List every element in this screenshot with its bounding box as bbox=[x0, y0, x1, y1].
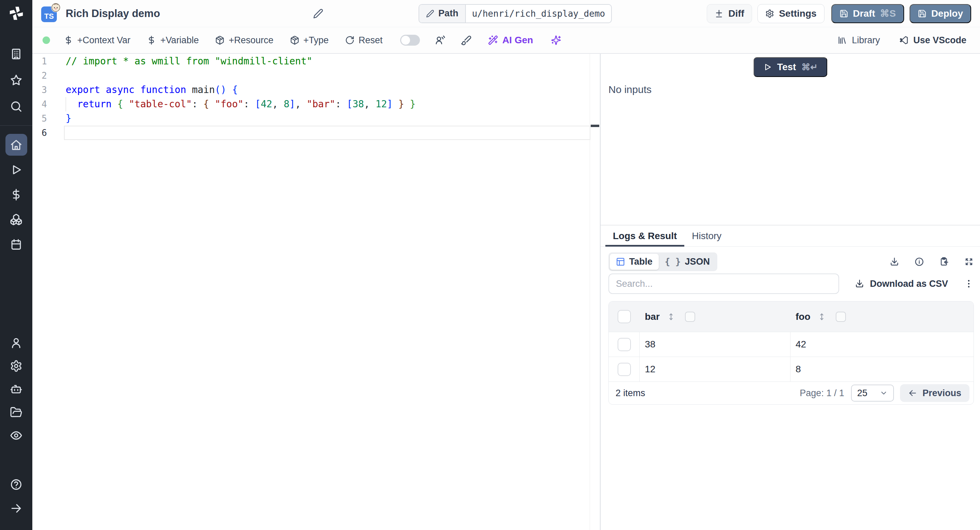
sidebar-item-workspace[interactable] bbox=[5, 43, 27, 65]
multiplayer-users-icon[interactable] bbox=[435, 35, 446, 46]
sidebar-item-schedules[interactable] bbox=[5, 233, 27, 255]
code-line-6[interactable] bbox=[64, 126, 590, 140]
editor-code[interactable]: // import * as wmill from "windmill-clie… bbox=[64, 54, 590, 140]
overview-ruler[interactable] bbox=[590, 54, 600, 530]
tab-logs-result[interactable]: Logs & Result bbox=[605, 225, 684, 246]
edit-title-pencil-icon[interactable] bbox=[313, 8, 323, 19]
sidebar-item-help[interactable] bbox=[5, 473, 27, 495]
sidebar-item-audit-logs[interactable] bbox=[5, 425, 27, 446]
copy-clipboard-icon[interactable] bbox=[939, 257, 949, 267]
code-line-5[interactable]: } bbox=[64, 112, 590, 126]
sort-icon[interactable] bbox=[667, 312, 675, 321]
run-panel: Test ⌘↵ No inputs Logs & Result History … bbox=[601, 54, 980, 530]
sidebar-item-folders[interactable] bbox=[5, 401, 27, 423]
multiplayer-toggle[interactable] bbox=[400, 35, 420, 46]
row-checkbox[interactable] bbox=[617, 363, 631, 376]
sidebar-item-home[interactable] bbox=[5, 134, 27, 156]
draft-button[interactable]: Draft ⌘S bbox=[831, 4, 904, 23]
sidebar-item-resources[interactable] bbox=[5, 208, 27, 230]
variable-button[interactable]: +Variable bbox=[147, 35, 199, 46]
table-footer: 2 items Page: 1 / 1 25 Previous bbox=[609, 382, 974, 404]
type-button[interactable]: +Type bbox=[290, 35, 329, 46]
sidebar-item-users[interactable] bbox=[5, 332, 27, 354]
reset-button[interactable]: Reset bbox=[345, 35, 383, 46]
contextvar-button[interactable]: +Context Var bbox=[64, 35, 130, 46]
column-select-box[interactable] bbox=[685, 312, 695, 322]
sidebar-item-settings[interactable] bbox=[5, 355, 27, 377]
sidebar-group-main bbox=[5, 134, 27, 255]
path-label: Path bbox=[438, 8, 458, 19]
use-vscode-button[interactable]: Use VScode bbox=[899, 35, 966, 46]
test-label: Test bbox=[777, 62, 796, 73]
test-button[interactable]: Test ⌘↵ bbox=[753, 57, 827, 77]
table-cell: 38 bbox=[640, 332, 791, 357]
windmill-logo[interactable] bbox=[0, 0, 32, 27]
code-line-4[interactable]: return { "table-col": { "foo": [42, 8], … bbox=[64, 97, 590, 112]
eye-icon bbox=[10, 429, 22, 442]
select-all-cell bbox=[609, 302, 640, 332]
save-icon bbox=[918, 9, 927, 18]
search-icon bbox=[10, 100, 22, 113]
column-label: foo bbox=[795, 311, 811, 322]
library-icon bbox=[837, 35, 847, 45]
user-icon bbox=[10, 337, 22, 349]
table-header-row: barfoo bbox=[609, 302, 974, 332]
deploy-button[interactable]: Deploy bbox=[910, 4, 971, 23]
format-brush-icon[interactable] bbox=[461, 35, 472, 46]
kebab-menu-icon[interactable] bbox=[964, 279, 974, 289]
content-split: 123456 // import * as wmill from "windmi… bbox=[32, 54, 980, 530]
sidebar-item-search[interactable] bbox=[5, 95, 27, 117]
package-icon bbox=[290, 35, 299, 45]
sidebar-item-expand[interactable] bbox=[5, 497, 27, 519]
row-checkbox-cell bbox=[609, 357, 640, 382]
code-line-3[interactable]: export async function main() { bbox=[64, 83, 590, 97]
table-row-1: 3842 bbox=[609, 332, 974, 357]
path-group[interactable]: Path u/henri/rich_display_demo bbox=[418, 4, 612, 23]
expand-icon[interactable] bbox=[964, 257, 974, 267]
sidebar-item-variables[interactable] bbox=[5, 184, 27, 205]
resource-button[interactable]: +Resource bbox=[215, 35, 273, 46]
download-csv-button[interactable]: Download as CSV bbox=[855, 279, 948, 289]
sidebar-group-top bbox=[5, 27, 27, 117]
sidebar-item-workers[interactable] bbox=[5, 378, 27, 400]
code-editor[interactable]: 123456 // import * as wmill from "windmi… bbox=[32, 54, 601, 530]
ai-gen-button[interactable]: AI Gen bbox=[488, 35, 533, 46]
settings-button[interactable]: Settings bbox=[757, 4, 824, 23]
calendar-icon bbox=[10, 238, 22, 251]
folder-icon bbox=[10, 406, 22, 418]
view-json-button[interactable]: { } JSON bbox=[659, 254, 716, 270]
main-column: TS Rich Display demo Path u/henri/rich_d… bbox=[32, 0, 980, 530]
bot-icon bbox=[10, 383, 22, 396]
view-table-button[interactable]: Table bbox=[610, 254, 659, 270]
gear-icon bbox=[765, 9, 774, 18]
row-checkbox[interactable] bbox=[617, 338, 631, 351]
download-icon[interactable] bbox=[889, 257, 899, 267]
sparkles-icon[interactable] bbox=[551, 35, 561, 45]
home-icon bbox=[10, 139, 22, 151]
sidebar-item-favorites[interactable] bbox=[5, 69, 27, 91]
previous-page-button[interactable]: Previous bbox=[900, 384, 969, 402]
draft-label: Draft bbox=[853, 8, 875, 19]
result-tabs: Logs & Result History bbox=[601, 225, 980, 247]
deploy-label: Deploy bbox=[931, 8, 963, 19]
view-json-label: JSON bbox=[685, 257, 710, 267]
language-badge: TS bbox=[41, 5, 58, 22]
sort-icon[interactable] bbox=[817, 312, 826, 321]
diff-button[interactable]: Diff bbox=[707, 4, 752, 23]
tab-history[interactable]: History bbox=[684, 225, 729, 246]
result-view-row: Table { } JSON bbox=[608, 252, 974, 271]
code-line-1[interactable]: // import * as wmill from "windmill-clie… bbox=[64, 54, 590, 69]
select-all-checkbox[interactable] bbox=[617, 310, 631, 323]
save-icon bbox=[840, 9, 848, 18]
path-button[interactable]: Path bbox=[419, 5, 466, 22]
code-line-2[interactable] bbox=[64, 69, 590, 83]
page-size-select[interactable]: 25 bbox=[851, 385, 894, 402]
package-icon bbox=[215, 35, 224, 45]
library-button[interactable]: Library bbox=[837, 35, 880, 46]
search-input[interactable] bbox=[608, 273, 839, 294]
ai-gen-label: AI Gen bbox=[502, 35, 533, 46]
info-icon[interactable] bbox=[914, 257, 924, 267]
page-title: Rich Display demo bbox=[66, 8, 160, 20]
column-select-box[interactable] bbox=[836, 312, 846, 322]
sidebar-item-runs[interactable] bbox=[5, 159, 27, 180]
